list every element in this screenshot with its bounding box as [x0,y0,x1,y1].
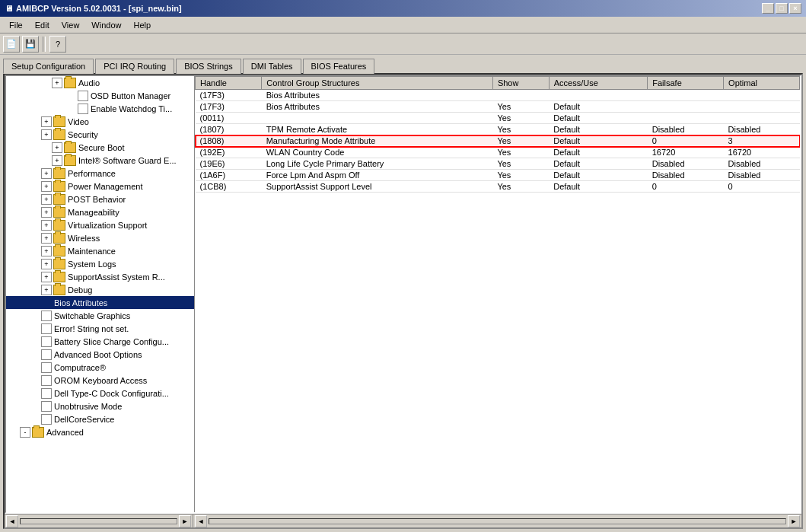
tree-label-switchable: Switchable Graphics [54,311,130,320]
cell-3-1: TPM Remote Activate [262,124,493,135]
table-row[interactable]: (192E)WLAN Country CodeYesDefault1672016… [196,147,800,158]
page-icon-switchable [41,311,52,321]
help-button[interactable]: ? [49,36,66,53]
save-button[interactable]: 💾 [22,36,39,53]
tree-item-intel-sw[interactable]: + Intel® Software Guard E... [6,154,194,167]
toggle-secure-boot[interactable]: + [52,142,62,153]
tree-item-orom-keyboard[interactable]: OROM Keyboard Access [6,374,194,387]
toggle-debug[interactable]: + [41,285,52,295]
tree-item-watchdog[interactable]: Enable Watchdog Ti... [6,102,194,115]
menu-help[interactable]: Help [127,19,157,31]
toggle-manageability[interactable]: + [41,207,52,218]
toggle-intel-sw[interactable]: + [52,155,62,166]
horizontal-scrollbar[interactable]: ◄ ► ◄ ► [5,514,801,527]
tree-item-manageability[interactable]: + Manageability [6,205,194,218]
page-icon-orom [41,375,52,386]
tree-item-bios-attr[interactable]: Bios Attributes [6,296,194,309]
toggle-system-logs[interactable]: + [41,259,52,269]
menu-edit[interactable]: Edit [29,19,56,31]
tree-item-debug[interactable]: + Debug [6,283,194,296]
tree-item-performance[interactable]: + Performance [6,167,194,180]
cell-0-0: (17F3) [196,90,262,101]
page-icon-computrace [41,362,52,373]
tree-item-error-string[interactable]: Error! String not set. [6,322,194,335]
tree-item-adv-boot[interactable]: Advanced Boot Options [6,348,194,361]
table-row[interactable]: (1807)TPM Remote ActivateYesDefaultDisab… [196,124,800,135]
table-row[interactable]: (17F3)Bios Attributes [196,90,800,101]
col-show: Show [492,77,549,90]
tree-item-post-behavior[interactable]: + POST Behavior [6,193,194,205]
new-button[interactable]: 📄 [3,36,20,53]
tree-item-battery-slice[interactable]: Battery Slice Charge Configu... [6,335,194,348]
col-failsafe: Failsafe [648,77,724,90]
menu-file[interactable]: File [3,19,29,31]
cell-4-2: Yes [492,135,549,147]
page-icon-dellcore [41,414,52,425]
toggle-audio[interactable]: + [52,78,62,88]
tree-item-video[interactable]: + Video [6,115,194,128]
maximize-button[interactable]: □ [776,3,788,14]
tree-item-virt[interactable]: + Virtualization Support [6,218,194,231]
tree-item-advanced[interactable]: - Advanced [6,425,194,438]
toggle-power-mgmt[interactable]: + [41,181,52,192]
table-row[interactable]: (17F3)Bios AttributesYesDefault [196,101,800,113]
tree-label-video: Video [68,117,89,126]
table-row[interactable]: (0011)YesDefault [196,113,800,124]
tree-item-wireless[interactable]: + Wireless [6,231,194,244]
tree-item-dell-typec[interactable]: Dell Type-C Dock Configurati... [6,387,194,400]
folder-icon-debug [53,285,65,295]
tree-item-unobtrusive[interactable]: Unobtrusive Mode [6,400,194,413]
toggle-advanced[interactable]: - [20,427,30,438]
tree-item-switchable[interactable]: Switchable Graphics [6,309,194,322]
toggle-security[interactable]: + [41,129,52,140]
cell-2-2: Yes [492,113,549,124]
close-button[interactable]: × [789,3,801,14]
menu-view[interactable]: View [56,19,86,31]
minimize-button[interactable]: _ [762,3,774,14]
menu-window[interactable]: Window [85,19,127,31]
toggle-post-behavior[interactable]: + [41,194,52,205]
table-scroll-right[interactable]: ► [788,515,800,527]
cell-0-2 [492,90,549,101]
table-scroll-left[interactable]: ◄ [195,515,207,527]
tab-pci-irq[interactable]: PCI IRQ Routing [95,59,174,74]
tab-bios-strings[interactable]: BIOS Strings [176,59,241,74]
tree-item-supportassist[interactable]: + SupportAssist System R... [6,270,194,283]
toggle-supportassist[interactable]: + [41,272,52,282]
tab-bios-features[interactable]: BIOS Features [303,59,375,74]
toggle-performance[interactable]: + [41,168,52,179]
cell-7-1: Force Lpm And Aspm Off [262,170,493,181]
tree-item-computrace[interactable]: Computrace® [6,361,194,374]
cell-1-0: (17F3) [196,101,262,113]
toggle-maintenance[interactable]: + [41,246,52,256]
page-icon-error-string [41,323,52,334]
tree-item-maintenance[interactable]: + Maintenance [6,244,194,257]
cell-7-0: (1A6F) [196,170,262,181]
tree-scroll-right[interactable]: ► [179,515,191,527]
table-panel[interactable]: Handle Control Group Structures Show Acc… [195,76,800,512]
tree-item-secure-boot[interactable]: + Secure Boot [6,141,194,154]
table-row[interactable]: (19E6)Long Life Cycle Primary BatteryYes… [196,158,800,170]
tree-item-audio[interactable]: + Audio [6,76,194,89]
table-row[interactable]: (1A6F)Force Lpm And Aspm OffYesDefaultDi… [196,170,800,181]
cell-3-3: Default [549,124,648,135]
toggle-wireless[interactable]: + [41,233,52,244]
toggle-video[interactable]: + [41,116,52,127]
tree-scroll-left[interactable]: ◄ [6,515,18,527]
tree-label-dellcore: DellCoreService [54,415,114,424]
tree-item-security[interactable]: + Security [6,128,194,141]
content-body: + Audio OSD Button Manager Enable Watchd… [5,75,801,514]
tree-panel[interactable]: + Audio OSD Button Manager Enable Watchd… [6,76,195,512]
toggle-virt[interactable]: + [41,220,52,231]
tree-item-power-mgmt[interactable]: + Power Management [6,180,194,193]
table-row[interactable]: (1CB8)SupportAssist Support LevelYesDefa… [196,181,800,193]
tree-item-dellcore[interactable]: DellCoreService [6,413,194,425]
cell-8-1: SupportAssist Support Level [262,181,493,193]
tab-setup-configuration[interactable]: Setup Configuration [3,59,94,74]
title-bar-controls[interactable]: _ □ × [762,3,801,14]
tree-item-system-logs[interactable]: + System Logs [6,257,194,270]
tree-item-osd[interactable]: OSD Button Manager [6,89,194,102]
tab-dmi-tables[interactable]: DMI Tables [243,59,301,74]
tree-label-dell-typec: Dell Type-C Dock Configurati... [54,389,169,398]
table-row[interactable]: (1808)Manufacturing Mode AttributeYesDef… [196,135,800,147]
